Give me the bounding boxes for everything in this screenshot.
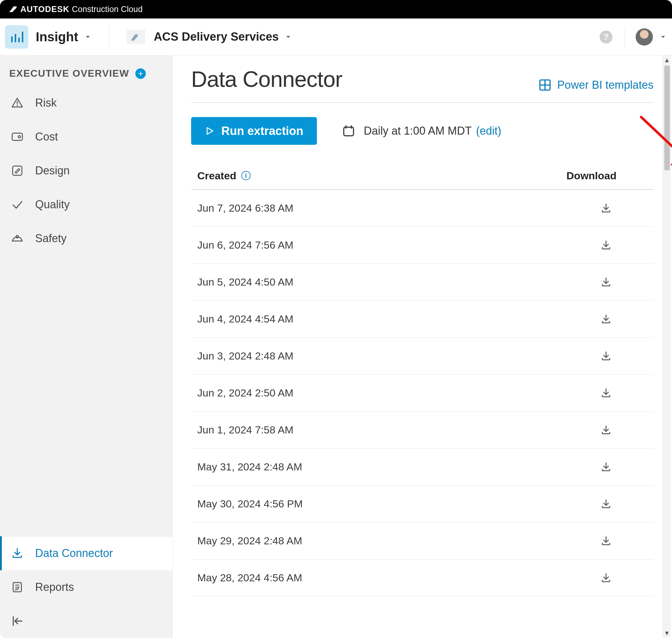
sidebar-item-label: Reports [35, 581, 74, 594]
table-row[interactable]: May 31, 2024 2:48 AM [191, 449, 654, 486]
power-bi-templates-label: Power BI templates [557, 79, 654, 91]
table-row[interactable]: Jun 3, 2024 2:48 AM [191, 338, 654, 375]
avatar [636, 28, 653, 46]
download-icon [601, 351, 611, 362]
scroll-up-icon[interactable]: ▲ [664, 55, 670, 65]
column-download: Download [567, 170, 617, 182]
download-button[interactable] [601, 499, 611, 509]
download-button[interactable] [601, 240, 611, 251]
edit-schedule-link[interactable]: (edit) [476, 124, 501, 137]
sidebar-item-label: Design [35, 164, 70, 177]
table-row[interactable]: May 30, 2024 4:56 PM [191, 486, 654, 522]
download-icon [601, 535, 611, 547]
executive-overview-header: EXECUTIVE OVERVIEW + [0, 55, 172, 86]
brand-bar: AUTODESK Construction Cloud [0, 0, 672, 18]
download-icon [601, 276, 611, 288]
download-button[interactable] [601, 203, 611, 214]
sidebar-item-label: Quality [35, 198, 70, 211]
grid-icon [538, 78, 552, 92]
account-chevron-down-icon[interactable] [284, 33, 292, 41]
created-cell: May 30, 2024 4:56 PM [197, 498, 303, 510]
run-extraction-button[interactable]: Run extraction [191, 117, 317, 145]
help-icon[interactable]: ? [600, 31, 612, 44]
collapse-sidebar-button[interactable] [0, 604, 172, 638]
download-button[interactable] [601, 388, 611, 399]
sidebar-item-label: Cost [35, 130, 58, 143]
download-button[interactable] [601, 461, 611, 473]
play-icon [205, 126, 215, 136]
table-row[interactable]: Jun 7, 2024 6:38 AM [191, 190, 654, 227]
insight-tool-icon[interactable] [5, 25, 28, 49]
download-icon [601, 203, 611, 214]
power-bi-templates-link[interactable]: Power BI templates [538, 78, 654, 92]
vertical-scrollbar[interactable]: ▲ ▼ [663, 55, 671, 638]
sidebar-item-safety[interactable]: Safety [0, 221, 172, 255]
scroll-down-icon[interactable]: ▼ [664, 628, 670, 638]
tool-dropdown[interactable]: Insight [36, 30, 78, 44]
autodesk-logo-icon [9, 5, 17, 14]
sidebar-item-risk[interactable]: Risk [0, 86, 172, 120]
table-row[interactable]: Jun 2, 2024 2:50 AM [191, 375, 654, 412]
download-button[interactable] [601, 314, 611, 325]
download-icon [601, 314, 611, 325]
page-title: Data Connector [191, 67, 342, 92]
sidebar-item-cost[interactable]: Cost [0, 120, 172, 154]
created-cell: Jun 6, 2024 7:56 AM [197, 239, 293, 251]
sidebar-item-design[interactable]: Design [0, 154, 172, 188]
download-button[interactable] [601, 351, 611, 362]
table-row[interactable]: Jun 6, 2024 7:56 AM [191, 227, 654, 264]
svg-point-7 [18, 136, 20, 138]
download-icon [601, 424, 611, 436]
add-dashboard-button[interactable]: + [135, 68, 146, 79]
report-icon [11, 581, 23, 593]
table-row[interactable]: Jun 4, 2024 4:54 AM [191, 301, 654, 338]
pencil-square-icon [11, 165, 23, 177]
sidebar-item-data-connector[interactable]: Data Connector [0, 536, 172, 570]
user-menu[interactable] [625, 26, 667, 48]
wallet-icon [11, 131, 23, 143]
user-chevron-down-icon[interactable] [659, 33, 667, 41]
table-row[interactable]: May 28, 2024 4:56 AM [191, 559, 654, 597]
created-cell: Jun 7, 2024 6:38 AM [197, 202, 293, 214]
separator [109, 26, 110, 48]
created-cell: Jun 4, 2024 4:54 AM [197, 313, 293, 325]
download-button[interactable] [601, 424, 611, 436]
download-button[interactable] [601, 535, 611, 547]
download-icon [601, 461, 611, 473]
calendar-icon [342, 124, 355, 137]
collapse-icon [11, 615, 24, 627]
table-row[interactable]: Jun 5, 2024 4:50 AM [191, 264, 654, 301]
created-cell: May 31, 2024 2:48 AM [197, 461, 302, 473]
download-icon [601, 499, 611, 509]
top-bar: Insight ACS Delivery Services ? [0, 18, 672, 55]
svg-point-5 [17, 105, 18, 106]
table-row[interactable]: May 29, 2024 2:48 AM [191, 522, 654, 559]
column-created[interactable]: Created [197, 170, 236, 182]
sidebar-item-quality[interactable]: Quality [0, 188, 172, 221]
account-dropdown[interactable]: ACS Delivery Services [154, 30, 279, 44]
download-button[interactable] [601, 276, 611, 288]
tool-chevron-down-icon[interactable] [84, 33, 92, 41]
warning-triangle-icon [11, 97, 23, 109]
scroll-thumb[interactable] [664, 66, 670, 170]
brand-bold: AUTODESK [20, 5, 69, 14]
created-cell: May 28, 2024 4:56 AM [197, 572, 302, 584]
created-cell: Jun 3, 2024 2:48 AM [197, 350, 293, 362]
main-content: Data Connector Power BI templates Run ex… [173, 55, 672, 638]
sidebar-item-reports[interactable]: Reports [0, 570, 172, 604]
created-cell: Jun 1, 2024 7:58 AM [197, 424, 293, 436]
download-icon [601, 240, 611, 251]
check-icon [11, 198, 23, 211]
executive-overview-title: EXECUTIVE OVERVIEW [9, 68, 129, 79]
account-logo [127, 30, 145, 44]
download-icon [601, 388, 611, 399]
sidebar-item-label: Safety [35, 232, 67, 245]
created-cell: Jun 2, 2024 2:50 AM [197, 387, 293, 399]
table-row[interactable]: Jun 1, 2024 7:58 AM [191, 412, 654, 449]
sidebar-item-label: Risk [35, 97, 57, 110]
download-icon [601, 572, 611, 584]
run-extraction-label: Run extraction [221, 124, 303, 138]
download-button[interactable] [601, 572, 611, 584]
svg-rect-18 [344, 127, 354, 136]
info-icon[interactable]: i [241, 171, 251, 180]
